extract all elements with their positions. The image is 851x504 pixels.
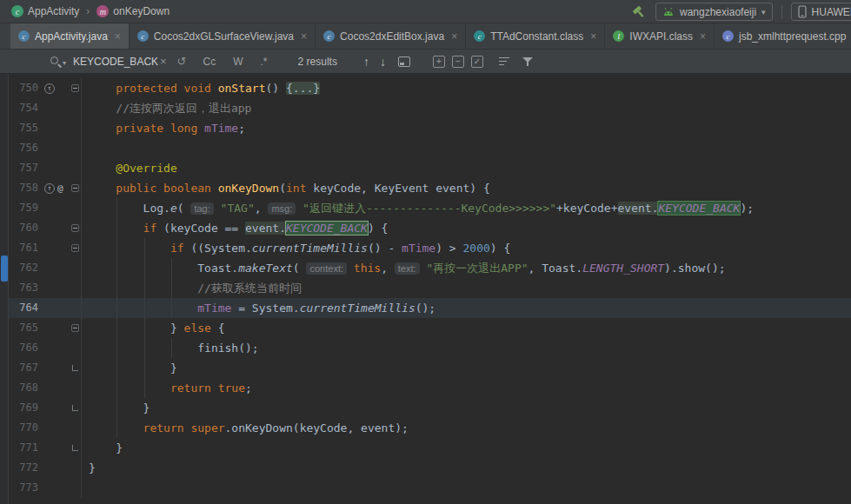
search-icon[interactable] (49, 55, 63, 69)
code-line[interactable]: 766 finish(); (9, 338, 851, 358)
code-line[interactable]: 772} (9, 458, 851, 478)
code-text[interactable]: if (keyCode == event.KEYCODE_BACK) { (82, 218, 851, 238)
gutter[interactable]: 760 (9, 218, 82, 238)
line-number[interactable]: 763 (9, 278, 38, 298)
line-number[interactable]: 773 (9, 478, 38, 498)
code-line[interactable]: 750 protected void onStart() {...} (9, 78, 851, 98)
code-text[interactable]: return super.onKeyDown(keyCode, event); (82, 418, 851, 438)
filter-search-icon[interactable] (522, 56, 534, 68)
line-number[interactable]: 765 (9, 318, 38, 338)
line-number[interactable]: 750 (9, 78, 38, 98)
add-occurrence-icon[interactable]: + (433, 56, 445, 68)
gutter[interactable]: 769 (9, 398, 82, 418)
gutter[interactable]: 766 (9, 338, 82, 358)
code-line[interactable]: 755 private long mTime; (9, 118, 851, 138)
tab-close-icon[interactable]: × (700, 30, 706, 43)
words-toggle[interactable]: W (230, 55, 245, 69)
gutter[interactable]: 771 (9, 438, 82, 458)
line-number[interactable]: 764 (9, 298, 38, 318)
editor-tab[interactable]: cjsb_xmlhttprequest.cpp× (715, 23, 851, 49)
tab-close-icon[interactable]: × (115, 30, 121, 43)
tab-close-icon[interactable]: × (451, 30, 457, 43)
code-line[interactable]: 768 return true; (9, 378, 851, 398)
gutter[interactable]: 756 (9, 138, 82, 158)
gutter[interactable]: 765 (9, 318, 82, 338)
gutter[interactable]: 758 (9, 178, 82, 198)
gutter[interactable]: 755 (9, 118, 82, 138)
view-options-icon[interactable] (499, 57, 509, 66)
gutter[interactable]: 773 (9, 478, 82, 498)
overriding-method-icon[interactable] (44, 83, 55, 94)
editor-tab[interactable]: cAppActivity.java× (10, 23, 130, 49)
breadcrumb-item-method[interactable]: m onKeyDown (92, 3, 174, 19)
previous-occurrence-icon[interactable]: ↑ (363, 55, 369, 69)
code-text[interactable]: } (82, 458, 851, 478)
editor-tab[interactable]: cCocos2dxGLSurfaceView.java× (130, 23, 316, 49)
line-number[interactable]: 756 (9, 138, 38, 158)
search-history-icon[interactable]: ↺ (177, 55, 187, 68)
device-selector[interactable]: wangzhexiaofeiji ▾ (655, 3, 773, 21)
fold-start-icon[interactable] (71, 84, 79, 92)
line-number[interactable]: 772 (9, 458, 38, 478)
gutter[interactable]: 757 (9, 158, 82, 178)
line-number[interactable]: 754 (9, 98, 38, 118)
code-line[interactable]: 761 if ((System.currentTimeMillis() - mT… (9, 238, 851, 258)
line-number[interactable]: 759 (9, 198, 38, 218)
code-text[interactable]: protected void onStart() {...} (82, 78, 851, 98)
line-number[interactable]: 767 (9, 358, 38, 378)
secondary-device-selector[interactable]: HUAWEI (791, 3, 851, 21)
gutter[interactable]: 767 (9, 358, 82, 378)
code-line[interactable]: 758 public boolean onKeyDown(int keyCode… (9, 178, 851, 198)
match-case-toggle[interactable]: Cc (201, 55, 219, 69)
gutter[interactable]: 750 (9, 78, 82, 98)
code-line[interactable]: 763 //获取系统当前时间 (9, 278, 851, 298)
code-line[interactable]: 765 } else { (9, 318, 851, 338)
code-line[interactable]: 756 (9, 138, 851, 158)
gutter[interactable]: 759 (9, 198, 82, 218)
select-all-occurrences-icon[interactable]: ✓ (471, 56, 483, 68)
line-number[interactable]: 770 (9, 418, 38, 438)
line-number[interactable]: 768 (9, 378, 38, 398)
code-text[interactable]: Log.e( tag: "TAG", msg: "返回键进入----------… (82, 198, 851, 218)
code-line[interactable]: 760 if (keyCode == event.KEYCODE_BACK) { (9, 218, 851, 238)
code-text[interactable]: private long mTime; (82, 118, 851, 138)
build-hammer-icon[interactable] (631, 4, 647, 20)
code-text[interactable]: //连按两次返回，退出app (82, 98, 851, 118)
next-occurrence-icon[interactable]: ↓ (380, 55, 386, 69)
line-number[interactable]: 769 (9, 398, 38, 418)
breadcrumb-item-class[interactable]: c AppActivity (7, 3, 83, 19)
code-text[interactable] (82, 138, 851, 158)
fold-end-icon[interactable] (72, 445, 78, 451)
tab-close-icon[interactable]: × (590, 30, 596, 43)
fold-start-icon[interactable] (71, 224, 79, 232)
code-text[interactable]: return true; (82, 378, 851, 398)
editor-tab[interactable]: cCocos2dxEditBox.java× (316, 23, 466, 49)
line-number[interactable]: 757 (9, 158, 38, 178)
code-line[interactable]: 764 mTime = System.currentTimeMillis(); (9, 298, 851, 318)
line-number[interactable]: 771 (9, 438, 38, 458)
fold-start-icon[interactable] (71, 244, 79, 252)
remove-occurrence-icon[interactable]: − (452, 56, 464, 68)
code-text[interactable]: } else { (82, 318, 851, 338)
code-text[interactable]: if ((System.currentTimeMillis() - mTime)… (82, 238, 851, 258)
line-number[interactable]: 758 (9, 178, 38, 198)
code-text[interactable]: } (82, 398, 851, 418)
code-line[interactable]: 767 } (9, 358, 851, 378)
code-text[interactable]: Toast.makeText( context: this, text: "再按… (82, 258, 851, 278)
code-text[interactable]: @Override (82, 158, 851, 178)
fold-start-icon[interactable] (71, 184, 79, 192)
line-number[interactable]: 760 (9, 218, 38, 238)
gutter[interactable]: 762 (9, 258, 82, 278)
code-text[interactable]: //获取系统当前时间 (82, 278, 851, 298)
search-input[interactable] (73, 56, 160, 68)
code-line[interactable]: 759 Log.e( tag: "TAG", msg: "返回键进入------… (9, 198, 851, 218)
line-number[interactable]: 762 (9, 258, 38, 278)
code-line[interactable]: 762 Toast.makeText( context: this, text:… (9, 258, 851, 278)
tab-close-icon[interactable]: × (301, 30, 307, 43)
gutter[interactable]: 763 (9, 278, 82, 298)
code-text[interactable]: finish(); (82, 338, 851, 358)
line-number[interactable]: 766 (9, 338, 38, 358)
gutter[interactable]: 770 (9, 418, 82, 438)
editor-tab[interactable]: cTTAdConstant.class× (466, 23, 605, 49)
gutter[interactable]: 764 (9, 298, 82, 318)
